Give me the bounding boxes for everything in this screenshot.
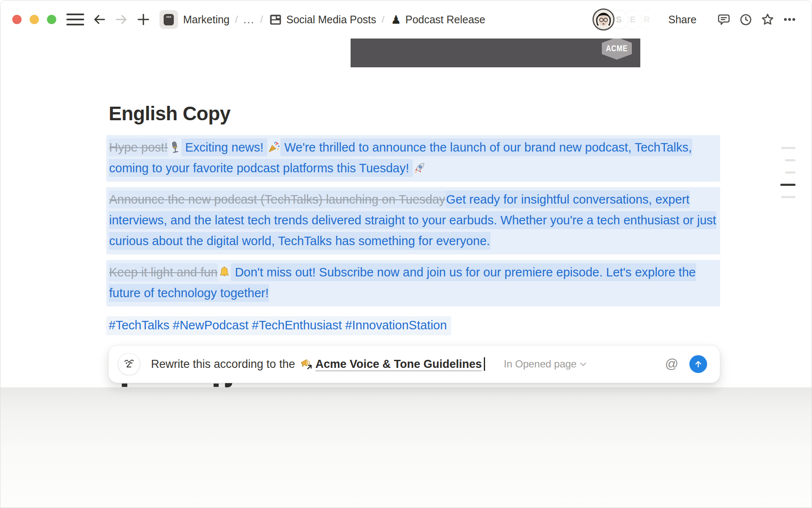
page-mention-link[interactable]: Acme Voice & Tone Guidelines (315, 358, 482, 371)
ellipsis-icon (782, 12, 797, 27)
rocket-emoji (413, 161, 426, 174)
ai-prompt-input[interactable]: Rewrite this according to the Acme Voice… (151, 357, 485, 371)
clock-icon (739, 13, 753, 27)
collaborator-avatars: S E R (593, 8, 656, 30)
hashtags-line[interactable]: #TechTalks #NewPodcast #TechEnthusiast #… (106, 316, 451, 335)
sidebar-toggle-icon[interactable] (66, 14, 84, 25)
share-button[interactable]: Share (668, 14, 697, 26)
microphone-emoji (168, 141, 181, 154)
occluded-text-fragment (122, 384, 127, 387)
topbar-right: S E R Share (593, 8, 799, 30)
chevron-down-icon (580, 362, 587, 367)
prompt-text: Rewrite this according to the (151, 358, 295, 371)
send-button[interactable] (689, 355, 707, 373)
acme-logo-text: ACME (606, 44, 628, 53)
outline-mark[interactable] (785, 159, 796, 161)
breadcrumb-collapsed[interactable]: ... (243, 14, 255, 26)
woman-avatar-illustration (594, 10, 613, 29)
plus-icon (136, 12, 151, 27)
deleted-text: Hype post! (109, 138, 168, 156)
breadcrumb-workspace[interactable]: Marketing (183, 14, 230, 26)
ai-bar-actions: @ (665, 355, 707, 373)
page-link-arrow-icon (307, 365, 311, 369)
notion-ai-face-icon (118, 353, 140, 375)
deleted-text: Announce the new podcast (TechTalks) lau… (109, 190, 446, 208)
page-outline-indicator (780, 147, 796, 208)
megaphone-page-emoji (299, 357, 313, 371)
zoom-window-button[interactable] (47, 15, 56, 24)
comment-bubble-icon (717, 13, 731, 27)
page-title[interactable]: English Copy (109, 102, 720, 125)
updates-button[interactable] (736, 10, 755, 29)
avatar-initial: R (644, 15, 650, 25)
page-cover-banner: ACME (351, 38, 640, 67)
board-page-icon (269, 14, 282, 26)
acme-logo: ACME (602, 37, 632, 60)
arrow-up-icon (694, 359, 703, 369)
avatar-initial: S (616, 15, 622, 25)
outline-mark[interactable] (785, 171, 796, 174)
new-tab-button[interactable] (135, 11, 152, 28)
content-fade-overlay (0, 387, 812, 508)
app-window: Marketing / ... / Social Media Posts / ♟… (0, 0, 812, 508)
minimize-window-button[interactable] (30, 15, 39, 24)
outline-mark-active[interactable] (780, 184, 796, 186)
party-popper-emoji (267, 141, 280, 154)
star-icon (760, 12, 775, 27)
deleted-text: Keep it light and fun (109, 263, 218, 281)
more-options-button[interactable] (780, 10, 799, 29)
avatar[interactable] (593, 8, 614, 30)
occluded-text-fragment (225, 383, 232, 387)
forward-button[interactable] (113, 11, 130, 28)
document-body: English Copy Hype post! Exciting news! W… (106, 102, 720, 335)
marketing-teamspace-icon (163, 13, 174, 26)
ai-prompt-bar[interactable]: Rewrite this according to the Acme Voice… (108, 345, 720, 383)
inserted-text: Exciting news! (181, 138, 267, 156)
outline-mark[interactable] (781, 196, 796, 198)
breadcrumb-board-page[interactable]: Social Media Posts (286, 14, 376, 26)
breadcrumb-workspace-icon[interactable] (159, 10, 178, 29)
suggested-edit-block[interactable]: Keep it light and fun Don't miss out! Su… (106, 260, 720, 306)
outline-mark[interactable] (781, 147, 796, 149)
occluded-text-fragment (214, 384, 219, 387)
comments-button[interactable] (714, 10, 733, 29)
bell-emoji (218, 265, 231, 279)
avatar-initial: E (630, 15, 636, 25)
chess-pawn-page-icon: ♟ (391, 13, 401, 26)
close-window-button[interactable] (12, 15, 22, 24)
breadcrumb-separator: / (260, 14, 263, 25)
scope-dropdown[interactable]: In Opened page (504, 358, 587, 370)
breadcrumb-separator: / (382, 14, 385, 25)
mention-button[interactable]: @ (665, 356, 678, 372)
scope-label: In Opened page (504, 358, 576, 370)
suggested-edit-block[interactable]: Announce the new podcast (TechTalks) lau… (106, 187, 720, 254)
suggested-edit-block[interactable]: Hype post! Exciting news! We're thrilled… (106, 135, 720, 182)
arrow-left-icon (92, 12, 107, 27)
breadcrumb-current-page[interactable]: Podcast Release (405, 14, 485, 26)
topbar: Marketing / ... / Social Media Posts / ♟… (0, 0, 812, 39)
favorite-button[interactable] (758, 10, 777, 29)
text-cursor (484, 357, 485, 371)
back-button[interactable] (91, 11, 108, 28)
traffic-lights (12, 15, 56, 24)
breadcrumb-separator: / (235, 14, 238, 25)
arrow-right-icon (114, 12, 129, 27)
